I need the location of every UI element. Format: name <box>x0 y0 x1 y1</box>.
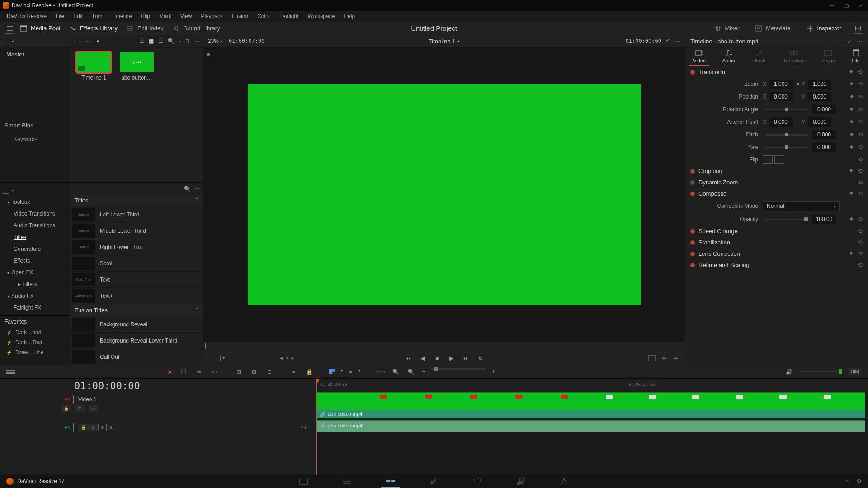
flag-icon[interactable] <box>329 369 335 374</box>
pitch-slider[interactable] <box>765 134 808 136</box>
reset-icon[interactable]: ⟲ <box>858 156 863 163</box>
viewer-timeline-name[interactable]: Timeline 1 <box>429 38 455 45</box>
nav-fwd-icon[interactable]: › <box>79 38 81 44</box>
chevron-down-icon[interactable]: ▾ <box>223 356 225 360</box>
reset-icon[interactable]: ⟲ <box>858 250 863 257</box>
menu-file[interactable]: File <box>52 12 68 21</box>
full-screen-icon[interactable] <box>5 23 15 34</box>
reset-icon[interactable]: ⟲ <box>858 81 863 87</box>
bin-view-icon[interactable] <box>3 38 9 44</box>
stop-icon[interactable]: ■ <box>433 355 441 361</box>
chevron-down-icon[interactable]: ▾ <box>179 39 181 43</box>
video-track-header[interactable]: V1Video 1 🔒◫▭ 1 Clip <box>0 392 316 420</box>
section-retime[interactable]: Retime and Scaling⟲ <box>685 259 868 271</box>
mute-button[interactable]: M <box>106 424 114 431</box>
page-deliver-icon[interactable] <box>558 477 570 486</box>
pos-y-input[interactable] <box>808 92 831 101</box>
reset-icon[interactable]: ⟲ <box>858 69 863 75</box>
effects-library-button[interactable]: Effects Library <box>65 23 122 34</box>
lock-icon[interactable]: 🔒 <box>61 405 71 412</box>
keyframe-icon[interactable]: ◆ <box>849 190 853 197</box>
fusion-title-item[interactable]: Call Out <box>70 349 203 365</box>
zoom-to-fit-icon[interactable]: 🔍 <box>406 368 415 375</box>
chevron-down-icon[interactable]: ▾ <box>458 39 460 43</box>
keyframe-icon[interactable]: ◆ <box>850 81 854 87</box>
loop-icon[interactable]: ↻ <box>476 355 485 361</box>
replace-icon[interactable]: ⊡ <box>265 368 274 375</box>
keyframe-icon[interactable]: ◆ <box>850 131 854 138</box>
last-frame-icon[interactable]: ⏭ <box>462 355 470 361</box>
step-back-icon[interactable]: ◀ <box>419 355 427 361</box>
chevron-down-icon[interactable]: ▾ <box>12 39 14 43</box>
menu-timeline[interactable]: Timeline <box>107 12 136 21</box>
anchor-x-input[interactable] <box>769 117 793 127</box>
fav-item[interactable]: Dark…Text <box>0 338 70 347</box>
dim-button[interactable]: DIM <box>848 368 862 375</box>
mixer-button[interactable]: Mixer <box>710 23 744 34</box>
menu-mark[interactable]: Mark <box>155 12 175 21</box>
playhead[interactable] <box>316 379 317 475</box>
menu-davinci[interactable]: DaVinci Resolve <box>3 12 51 21</box>
master-bin[interactable]: Master <box>0 47 70 61</box>
overlay-icon[interactable] <box>211 355 221 361</box>
nav-back-icon[interactable]: ‹ <box>74 38 75 44</box>
smart-bin-keywords[interactable]: Keywords <box>0 132 70 146</box>
yaw-input[interactable] <box>812 143 836 152</box>
timeline-timecode[interactable]: 01:00:00:00 <box>74 380 140 391</box>
yaw-slider[interactable] <box>765 147 808 148</box>
viewer-zoom[interactable]: 23% <box>208 38 219 44</box>
timeline-zoom-slider[interactable] <box>431 368 486 370</box>
first-frame-icon[interactable]: ⏮ <box>404 355 412 361</box>
title-item[interactable]: SampleRight Lower Third <box>70 239 203 255</box>
section-cropping[interactable]: Cropping◆⟲ <box>685 165 868 177</box>
inspector-button[interactable]: Inspector <box>802 23 846 34</box>
cat-video-transitions[interactable]: Video Transitions <box>0 208 70 220</box>
audio-clip[interactable]: 🔗abo button.mp4 <box>316 420 865 432</box>
edit-index-button[interactable]: Edit Index <box>122 23 168 34</box>
close-button[interactable]: ✕ <box>854 0 868 11</box>
volume-icon[interactable]: 🔊 <box>786 369 793 375</box>
section-dynamic-zoom[interactable]: Dynamic Zoom⟲ <box>685 177 868 188</box>
flip-v-icon[interactable] <box>774 155 784 164</box>
cat-titles[interactable]: Titles <box>0 231 70 243</box>
section-speed-change[interactable]: Speed Change⟲ <box>685 225 868 237</box>
timeline-view-icon[interactable] <box>6 368 15 375</box>
keyframe-icon[interactable]: ◆ <box>849 168 853 174</box>
maximize-button[interactable]: ▢ <box>839 0 854 11</box>
menu-icon[interactable]: ⋯ <box>194 38 200 44</box>
keyframe-icon[interactable]: ◆ <box>850 144 854 150</box>
chevron-down-icon[interactable]: ▾ <box>221 39 222 43</box>
reset-icon[interactable]: ⟲ <box>858 239 863 246</box>
title-item[interactable]: Scroll <box>70 255 203 272</box>
group-titles[interactable]: Titles⌃ <box>70 194 203 206</box>
cat-audio-transitions[interactable]: Audio Transitions <box>0 220 70 231</box>
section-stabilization[interactable]: Stabilization⟲ <box>685 237 868 248</box>
fav-item[interactable]: Dark…hird <box>0 328 70 338</box>
volume-slider[interactable] <box>799 371 842 372</box>
tab-file[interactable]: File <box>848 47 863 66</box>
minimize-button[interactable]: ─ <box>825 0 839 11</box>
play-icon[interactable]: ▶ <box>448 355 456 361</box>
reset-icon[interactable]: ⟲ <box>858 119 863 125</box>
menu-fairlight[interactable]: Fairlight <box>275 12 303 21</box>
sort-icon[interactable]: ⇅ <box>185 38 190 44</box>
reset-icon[interactable]: ⟲ <box>858 228 863 235</box>
section-lens-correction[interactable]: Lens Correction◆⟲ <box>685 248 868 259</box>
timeline-tracks[interactable]: 01:00:00:00 01:00:24:02 🔗abo button.mp4 … <box>316 379 868 475</box>
fx-panel-icon[interactable] <box>3 188 9 194</box>
group-fusion-titles[interactable]: Fusion Titles⌃ <box>70 304 203 316</box>
pitch-input[interactable] <box>812 130 836 139</box>
match-frame-icon[interactable] <box>648 355 656 361</box>
page-edit-icon[interactable] <box>385 477 396 486</box>
tab-video[interactable]: Video <box>689 47 709 66</box>
menu-icon[interactable]: ⋯ <box>857 38 863 45</box>
out-icon[interactable]: ⇥ <box>673 355 678 361</box>
cat-generators[interactable]: Generators <box>0 243 70 255</box>
reset-icon[interactable]: ⟲ <box>858 144 863 150</box>
expand-icon[interactable]: ⤢ <box>847 38 852 45</box>
flip-h-icon[interactable] <box>763 155 773 164</box>
track-mode2-icon[interactable]: ▭ <box>88 405 98 412</box>
auto-icon[interactable]: ⊙ <box>88 424 98 431</box>
reset-icon[interactable]: ⟲ <box>858 106 863 113</box>
fav-item[interactable]: Draw…Line <box>0 347 70 357</box>
